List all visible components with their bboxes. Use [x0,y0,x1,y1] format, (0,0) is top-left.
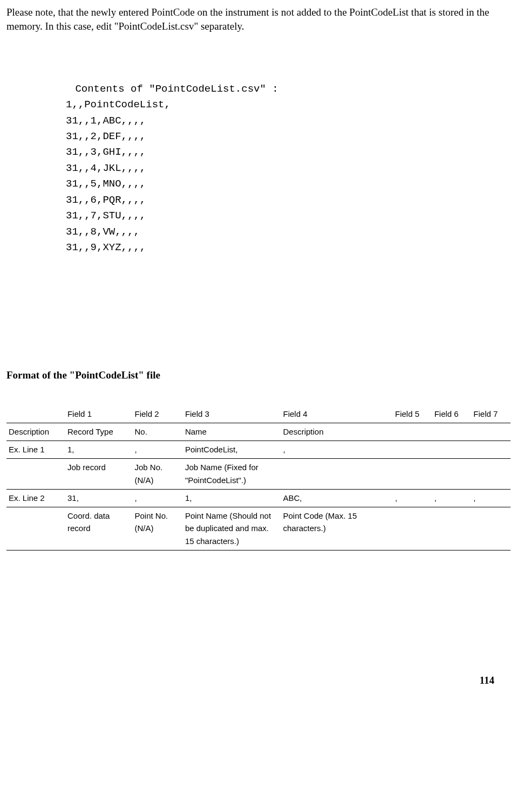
cell: Field 4 [281,405,393,423]
cell: ABC, [281,489,393,507]
cell: Name [183,423,281,441]
cell: Coord. data record [65,507,133,550]
csv-contents-block: Contents of "PointCodeList.csv" : 1,,Poi… [66,65,511,256]
csv-line: 1,,PointCodeList, [66,99,171,111]
cell [6,507,65,550]
table-row: Description Record Type No. Name Descrip… [6,423,511,441]
cell: Record Type [65,423,133,441]
cell: , [471,489,511,507]
cell: , [132,489,182,507]
csv-line: 31,,7,STU,,,, [66,210,146,222]
cell: , [393,489,432,507]
intro-paragraph: Please note, that the newly entered Poin… [6,5,511,33]
cell: Job No. (N/A) [132,459,182,490]
cell: Ex. Line 1 [6,441,65,459]
page-number: 114 [6,675,511,686]
csv-line: 31,,8,VW,,,, [66,226,140,238]
table-row: Ex. Line 2 31, , 1, ABC, , , , [6,489,511,507]
csv-line: 31,,2,DEF,,,, [66,130,146,142]
cell [471,459,511,490]
cell [432,459,472,490]
csv-line: 31,,1,ABC,,,, [66,115,146,127]
cell: 1, [65,441,133,459]
cell: , [132,441,182,459]
cell [471,441,511,459]
cell: 31, [65,489,133,507]
cell: PointCodeList, [183,441,281,459]
table-row: Ex. Line 1 1, , PointCodeList, , [6,441,511,459]
cell: Description [281,423,393,441]
csv-line: 31,,4,JKL,,,, [66,162,146,174]
table-row: Coord. data record Point No. (N/A) Point… [6,507,511,550]
format-table: Field 1 Field 2 Field 3 Field 4 Field 5 … [6,405,511,550]
cell: Field 5 [393,405,432,423]
cell [6,459,65,490]
table-row: Field 1 Field 2 Field 3 Field 4 Field 5 … [6,405,511,423]
cell: Ex. Line 2 [6,489,65,507]
csv-line: 31,,6,PQR,,,, [66,194,146,206]
cell [432,507,472,550]
csv-line: 31,,5,MNO,,,, [66,178,146,190]
cell: 1, [183,489,281,507]
cell [281,459,393,490]
cell: Field 3 [183,405,281,423]
cell: Field 6 [432,405,472,423]
csv-line: 31,,3,GHI,,,, [66,146,146,158]
cell [471,423,511,441]
table-row: Job record Job No. (N/A) Job Name (Fixed… [6,459,511,490]
cell: Description [6,423,65,441]
cell [393,459,432,490]
cell: Job Name (Fixed for "PointCodeList".) [183,459,281,490]
cell: Point Name (Should not be duplicated and… [183,507,281,550]
cell: Field 2 [132,405,182,423]
cell: Job record [65,459,133,490]
cell [471,507,511,550]
csv-title: Contents of "PointCodeList.csv" : [69,83,278,95]
section-title: Format of the "PointCodeList" file [6,369,511,381]
cell [393,441,432,459]
cell [6,405,65,423]
cell: , [281,441,393,459]
cell [393,507,432,550]
cell: Field 1 [65,405,133,423]
cell [393,423,432,441]
cell: Point No. (N/A) [132,507,182,550]
cell: Field 7 [471,405,511,423]
intro-text: Please note, that the newly entered Poin… [6,6,489,32]
csv-line: 31,,9,XYZ,,,, [66,242,146,253]
cell [432,441,472,459]
cell [432,423,472,441]
cell: , [432,489,472,507]
cell: No. [132,423,182,441]
cell: Point Code (Max. 15 characters.) [281,507,393,550]
